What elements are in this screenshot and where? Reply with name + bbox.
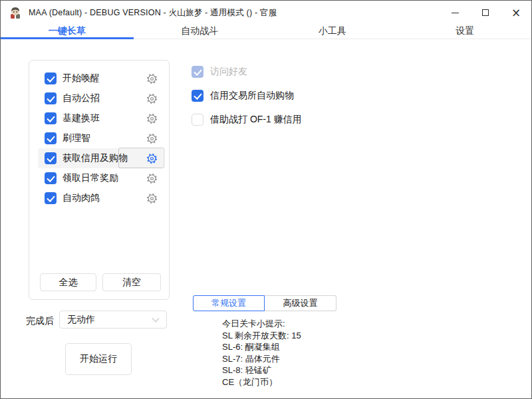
task-row-daily-rewards[interactable]: 领取日常奖励 xyxy=(38,168,163,188)
checkbox-checked[interactable] xyxy=(45,112,57,124)
minimize-button[interactable] xyxy=(440,1,470,25)
task-list: 开始唤醒 自动公招 基建换班 刷理 xyxy=(29,68,169,208)
task-row-wake-up[interactable]: 开始唤醒 xyxy=(38,68,163,88)
select-all-button[interactable]: 全选 xyxy=(40,273,96,291)
tab-label: 设置 xyxy=(456,25,474,36)
checkbox-checked[interactable] xyxy=(45,132,57,144)
gear-icon[interactable] xyxy=(146,112,158,124)
minimize-icon xyxy=(452,13,459,13)
option-row-credit-shop-auto-buy[interactable]: 信用交易所自动购物 xyxy=(192,90,294,102)
option-row-of1-credit-farm[interactable]: 借助战打 OF-1 赚信用 xyxy=(192,114,302,126)
window-controls: × xyxy=(440,1,531,25)
task-label: 领取日常奖励 xyxy=(63,172,118,184)
window-title: MAA (Default) - DEBUG VERSION - 火山旅梦 - 通… xyxy=(29,7,277,19)
tip-line: SL-8: 轻锰矿 xyxy=(222,364,301,376)
task-label: 自动公招 xyxy=(63,92,100,104)
tip-line: 今日关卡小提示: xyxy=(222,318,301,330)
clear-button[interactable]: 清空 xyxy=(102,273,161,291)
chevron-down-icon xyxy=(150,315,161,325)
task-row-infrastructure[interactable]: 基建换班 xyxy=(38,108,163,128)
tab-general-settings[interactable]: 常规设置 xyxy=(193,295,265,311)
option-label: 信用交易所自动购物 xyxy=(210,90,294,102)
checkbox-checked[interactable] xyxy=(45,192,57,204)
checkbox-checked[interactable] xyxy=(45,72,57,84)
tip-line: CE（龙门币） xyxy=(222,376,301,388)
tip-line: SL 剩余开放天数: 15 xyxy=(222,330,301,342)
tab-tools[interactable]: 小工具 xyxy=(266,25,399,39)
tab-label: 自动战斗 xyxy=(181,25,218,36)
tip-line: SL-7: 晶体元件 xyxy=(222,353,301,365)
close-icon: × xyxy=(511,7,521,19)
after-completion-label: 完成后 xyxy=(26,315,54,327)
stage-tips: 今日关卡小提示: SL 剩余开放天数: 15 SL-6: 酮凝集组 SL-7: … xyxy=(222,318,301,388)
app-window: MAA (Default) - DEBUG VERSION - 火山旅梦 - 通… xyxy=(0,0,532,399)
task-row-recruit[interactable]: 自动公招 xyxy=(38,88,163,108)
task-label: 基建换班 xyxy=(63,112,100,124)
checkbox-checked[interactable] xyxy=(45,92,57,104)
maximize-icon xyxy=(482,9,489,16)
tab-farming[interactable]: 一键长草 xyxy=(1,25,134,39)
gear-icon[interactable] xyxy=(146,92,158,104)
task-list-card: 开始唤醒 自动公招 基建换班 刷理 xyxy=(29,60,170,300)
task-label: 自动肉鸽 xyxy=(63,192,100,204)
title-bar: MAA (Default) - DEBUG VERSION - 火山旅梦 - 通… xyxy=(1,1,531,25)
tab-settings[interactable]: 设置 xyxy=(399,25,532,39)
checkbox-checked[interactable] xyxy=(192,90,203,102)
tab-advanced-settings[interactable]: 高级设置 xyxy=(265,295,336,311)
main-tab-bar: 一键长草 自动战斗 小工具 设置 xyxy=(1,25,531,39)
checkbox-checked[interactable] xyxy=(45,152,57,164)
start-run-button[interactable]: 开始运行 xyxy=(65,343,132,375)
dropdown-value: 无动作 xyxy=(67,314,95,326)
task-label: 开始唤醒 xyxy=(63,72,100,84)
task-label: 刷理智 xyxy=(63,132,90,144)
gear-icon[interactable] xyxy=(146,132,158,144)
tab-copilot[interactable]: 自动战斗 xyxy=(134,25,267,39)
tab-label: 一键长草 xyxy=(49,25,86,36)
checkbox-checked-disabled xyxy=(192,66,203,78)
settings-tab-group: 常规设置 高级设置 xyxy=(193,295,336,311)
tab-label: 小工具 xyxy=(319,25,346,36)
close-button[interactable]: × xyxy=(501,1,531,25)
gear-icon-active[interactable] xyxy=(146,152,158,164)
task-label: 获取信用及购物 xyxy=(63,152,128,164)
after-completion-dropdown[interactable]: 无动作 xyxy=(59,311,167,329)
task-row-roguelike[interactable]: 自动肉鸽 xyxy=(38,188,163,208)
checkbox-unchecked[interactable] xyxy=(192,114,203,126)
app-icon xyxy=(9,6,22,19)
checkbox-checked[interactable] xyxy=(45,172,57,184)
gear-icon[interactable] xyxy=(146,72,158,84)
task-row-credit-shopping[interactable]: 获取信用及购物 xyxy=(38,148,163,168)
maximize-button[interactable] xyxy=(470,1,501,25)
gear-icon[interactable] xyxy=(146,192,158,204)
gear-icon[interactable] xyxy=(146,172,158,184)
option-label: 访问好友 xyxy=(210,66,247,78)
tip-line: SL-6: 酮凝集组 xyxy=(222,341,301,353)
option-label: 借助战打 OF-1 赚信用 xyxy=(210,114,302,126)
task-row-sanity[interactable]: 刷理智 xyxy=(38,128,163,148)
option-row-visit-friends: 访问好友 xyxy=(192,66,247,78)
